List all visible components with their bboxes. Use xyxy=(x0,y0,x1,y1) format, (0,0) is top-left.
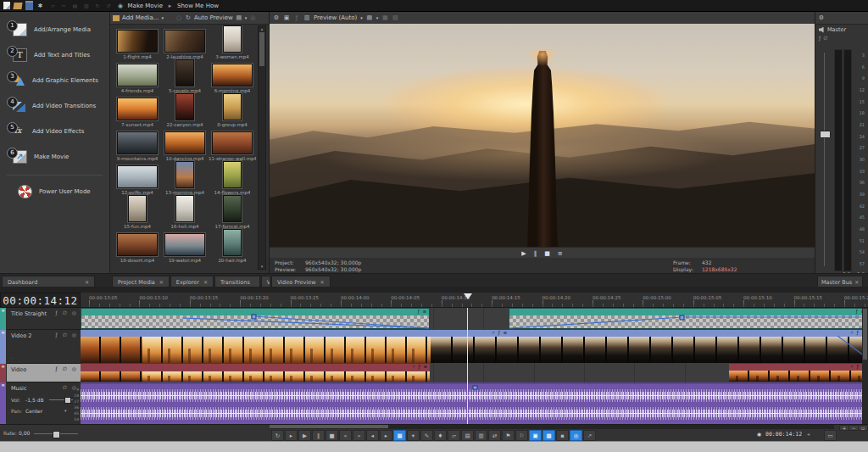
save-frame-icon[interactable]: ▧ xyxy=(392,14,398,22)
gear-icon[interactable]: ⚙ xyxy=(818,14,825,22)
pan-dropdown-icon[interactable]: ▾ xyxy=(64,408,67,413)
search-icon[interactable]: ◎ xyxy=(249,14,256,22)
sidebar-task-item[interactable]: 1 Add/Arrange Media xyxy=(0,17,109,42)
tab-video-preview[interactable]: Video Preview✕ xyxy=(271,276,331,287)
media-thumbnail[interactable] xyxy=(223,195,242,222)
volume-slider-handle[interactable] xyxy=(64,397,71,404)
scrollbar-thumb[interactable] xyxy=(259,32,264,66)
media-thumbnail[interactable] xyxy=(223,229,242,256)
pan-value[interactable]: Center xyxy=(25,408,42,414)
timecode-display[interactable]: 00:00:14:12 xyxy=(0,293,81,308)
close-icon[interactable]: ✕ xyxy=(85,279,89,285)
media-thumbnail[interactable] xyxy=(117,131,158,154)
chevron-down-icon[interactable]: ▾ xyxy=(360,15,363,20)
track4-color-strip[interactable]: ≡ xyxy=(0,382,6,424)
auto-preview-icon[interactable]: ↻ xyxy=(185,14,192,22)
master-fader-track[interactable] xyxy=(824,53,825,266)
track2-color-strip[interactable]: ≡ xyxy=(0,330,6,364)
media-thumbnail[interactable] xyxy=(223,93,242,120)
media-clip[interactable]: 15-fun.mp4 xyxy=(114,195,161,229)
properties-icon[interactable]: ✱ xyxy=(36,2,44,10)
auto-preview-label[interactable]: Auto Preview xyxy=(194,14,233,21)
split-button[interactable]: ♦ xyxy=(434,430,447,441)
media-clip[interactable]: 10-dancing.mp4 xyxy=(161,127,209,161)
external-button[interactable]: ↗ xyxy=(583,430,596,441)
media-thumbnail[interactable] xyxy=(117,64,158,86)
overlays-icon[interactable]: ▤ xyxy=(366,14,373,22)
speaker-icon[interactable] xyxy=(819,27,825,33)
gear-icon[interactable]: ⚙ xyxy=(273,14,280,22)
pause-preview-icon[interactable]: ○ xyxy=(175,14,182,22)
clip-fx-icons[interactable]: ⚡ ƒ ≡ xyxy=(492,330,508,335)
media-thumbnail[interactable] xyxy=(212,64,253,86)
media-thumbnail[interactable] xyxy=(175,59,194,86)
step-forward-button[interactable]: ▸ xyxy=(380,430,392,441)
close-icon[interactable]: ✕ xyxy=(854,279,859,285)
media-clip[interactable]: 5-couple.mp4 xyxy=(161,59,209,93)
chevron-down-icon[interactable]: ▾ xyxy=(161,15,164,20)
track1-color-strip[interactable]: ≡ xyxy=(0,308,6,330)
pause-button[interactable]: ‖ xyxy=(312,430,325,441)
clip-fx-icons[interactable]: ⚡ ƒ ≡ xyxy=(412,364,428,369)
tool-dropdown[interactable]: ▾ xyxy=(407,430,420,441)
media-clip[interactable]: 17-forrest.mp4 xyxy=(209,195,256,229)
sidebar-task-item[interactable]: 2 Add Text and Titles xyxy=(0,42,109,68)
track-buttons[interactable]: ƒ ∅ ◎ xyxy=(56,332,78,338)
track-buttons[interactable]: ƒ ∅ ◎ xyxy=(56,366,78,371)
music-clip[interactable] xyxy=(81,382,868,424)
views-icon[interactable]: ▤ xyxy=(236,14,242,22)
stop-icon[interactable]: ■ xyxy=(544,250,550,257)
envelope-tool-button[interactable]: ✎ xyxy=(420,430,433,441)
split-screen-icon[interactable]: ▥ xyxy=(303,14,310,22)
clip-fx-icons[interactable]: ƒ ≡ xyxy=(418,309,427,314)
tab-dashboard[interactable]: Dashboard✕ xyxy=(2,276,95,287)
step-back-button[interactable]: ◂ xyxy=(366,430,379,441)
media-clip[interactable]: 2-laughing.mp4 xyxy=(161,25,209,59)
media-thumbnail[interactable] xyxy=(117,30,158,53)
cursor-position-value[interactable]: 00:00:14:12 xyxy=(765,431,802,438)
media-tab[interactable]: Explorer✕ xyxy=(170,276,214,287)
go-to-start-button[interactable]: « xyxy=(339,430,352,441)
media-clip[interactable]: 6-morning.mp4 xyxy=(209,59,256,93)
track-header-video2[interactable]: Video 2 ƒ ∅ ◎ ◦ xyxy=(7,330,81,364)
media-clip[interactable]: 14-flowers.mp4 xyxy=(209,161,256,195)
play-from-start-button[interactable]: ▸ xyxy=(285,430,298,441)
overlays-dropdown-icon[interactable]: ▾ xyxy=(376,15,379,20)
video-clip-1[interactable]: ⚡ ƒ ≡ xyxy=(81,364,430,382)
region-button[interactable]: ⚐ xyxy=(515,430,528,441)
marker-button[interactable]: ⚑ xyxy=(502,430,515,441)
media-clip[interactable]: 16-heli.mp4 xyxy=(161,195,209,229)
sidebar-task-item[interactable]: 6 Make Movie xyxy=(0,144,109,170)
close-icon[interactable]: ✕ xyxy=(203,279,208,285)
rate-slider-handle[interactable] xyxy=(53,431,60,438)
pause-icon[interactable]: ‖ xyxy=(534,250,537,257)
media-thumbnail[interactable] xyxy=(128,195,147,222)
views-dropdown-icon[interactable]: ▾ xyxy=(245,15,248,20)
playhead-line[interactable] xyxy=(467,308,468,424)
title-clip-1[interactable]: ƒ ≡ xyxy=(81,308,430,329)
media-thumbnail[interactable] xyxy=(164,233,205,256)
add-media-button[interactable]: Add Media... xyxy=(122,14,159,21)
media-thumbnail[interactable] xyxy=(164,131,205,154)
trim-button[interactable]: ▱ xyxy=(448,430,460,441)
copy-frame-icon[interactable]: ▦ xyxy=(381,14,388,22)
media-thumbnail[interactable] xyxy=(117,98,158,120)
media-thumbnail[interactable] xyxy=(175,195,194,222)
slip-button[interactable]: ▪ xyxy=(556,430,569,441)
scroll-down-icon[interactable]: ▾ xyxy=(259,264,265,269)
media-thumbnail[interactable] xyxy=(223,161,242,188)
menu-icon[interactable]: ≡ xyxy=(558,250,563,257)
media-thumbnail[interactable] xyxy=(175,93,194,120)
sidebar-task-item[interactable]: 3 Add Graphic Elements xyxy=(0,68,109,93)
track-header-video[interactable]: Video ƒ ∅ ◎ xyxy=(7,364,81,382)
track-buttons[interactable]: ƒ ∅ ◎ xyxy=(56,310,78,315)
media-clip[interactable]: 12-selfie.mp4 xyxy=(114,161,161,195)
loop-button[interactable]: ↻ xyxy=(271,430,284,441)
edit-tool-button[interactable]: ▦ xyxy=(393,430,406,441)
zoom-tool-toggle[interactable]: ◎ xyxy=(570,430,582,441)
master-mute-icon[interactable]: ∅ xyxy=(823,35,830,41)
timeline-vscrollbar[interactable] xyxy=(862,308,868,424)
media-clip[interactable]: 22-canyon.mp4 xyxy=(161,93,209,127)
media-thumbnail[interactable] xyxy=(117,233,158,256)
media-clip[interactable]: 1-flight.mp4 xyxy=(114,25,161,59)
